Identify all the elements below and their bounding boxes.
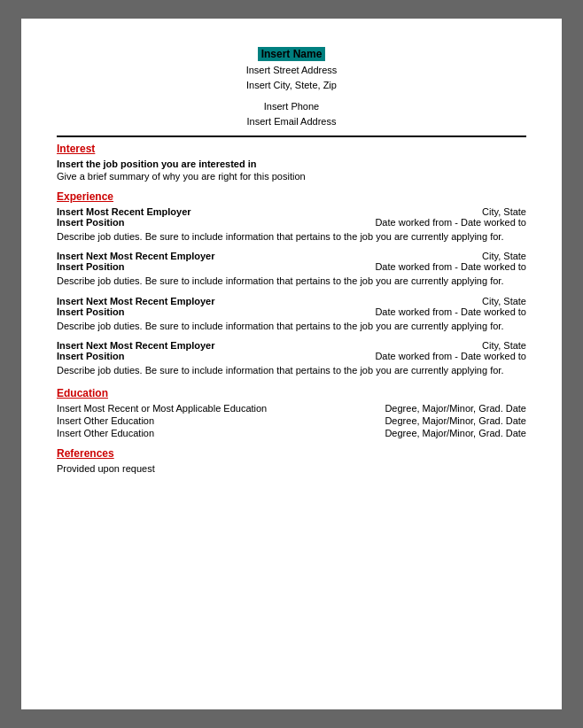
section-experience: Experience Insert Most Recent Employer C… (57, 190, 526, 378)
edu-3-name: Insert Other Education (57, 428, 385, 438)
job-4: Insert Next Most Recent Employer City, S… (57, 340, 526, 377)
page-container: Insert Name Insert Street Address Insert… (0, 0, 583, 728)
employer-2-name: Insert Next Most Recent Employer (57, 251, 215, 261)
job-2: Insert Next Most Recent Employer City, S… (57, 251, 526, 288)
employer-3-location: City, State (482, 296, 526, 306)
resume-page: Insert Name Insert Street Address Insert… (21, 19, 562, 709)
references-title: References (57, 447, 526, 460)
position-3-name: Insert Position (57, 306, 124, 317)
interest-description: Give a brief summary of why you are righ… (57, 171, 526, 182)
edu-1-degree: Degree, Major/Minor, Grad. Date (385, 403, 526, 414)
header-address: Insert Street Address (57, 63, 526, 78)
edu-3-degree: Degree, Major/Minor, Grad. Date (385, 428, 526, 438)
interest-position: Insert the job position you are interest… (57, 159, 526, 169)
header-email: Insert Email Address (57, 114, 526, 129)
edu-2-name: Insert Other Education (57, 415, 385, 426)
employer-2-location: City, State (482, 251, 526, 261)
edu-entry-3: Insert Other Education Degree, Major/Min… (57, 428, 526, 438)
edu-entry-1: Insert Most Recent or Most Applicable Ed… (57, 403, 526, 414)
header-name[interactable]: Insert Name (258, 47, 326, 61)
employer-1-name: Insert Most Recent Employer (57, 206, 191, 217)
references-text: Provided upon request (57, 463, 526, 474)
position-2-name: Insert Position (57, 261, 124, 272)
edu-2-degree: Degree, Major/Minor, Grad. Date (385, 415, 526, 426)
position-1-dates: Date worked from - Date worked to (375, 217, 526, 228)
employer-4-location: City, State (482, 340, 526, 351)
employer-4-name: Insert Next Most Recent Employer (57, 340, 215, 351)
job-2-desc: Describe job duties. Be sure to include … (57, 275, 526, 288)
section-interest: Interest Insert the job position you are… (57, 143, 526, 182)
job-1-desc: Describe job duties. Be sure to include … (57, 230, 526, 244)
education-title: Education (57, 387, 526, 399)
interest-title: Interest (57, 143, 526, 155)
job-4-desc: Describe job duties. Be sure to include … (57, 364, 526, 377)
job-3: Insert Next Most Recent Employer City, S… (57, 296, 526, 333)
section-references: References Provided upon request (57, 447, 526, 474)
edu-entry-2: Insert Other Education Degree, Major/Min… (57, 415, 526, 426)
position-1-name: Insert Position (57, 217, 124, 228)
position-4-dates: Date worked from - Date worked to (375, 351, 526, 361)
header-divider (57, 136, 526, 137)
header: Insert Name Insert Street Address Insert… (57, 45, 526, 128)
experience-title: Experience (57, 190, 526, 203)
position-2-dates: Date worked from - Date worked to (375, 261, 526, 272)
employer-3-name: Insert Next Most Recent Employer (57, 296, 215, 306)
edu-1-name: Insert Most Recent or Most Applicable Ed… (57, 403, 385, 414)
header-city: Insert City, Stete, Zip (57, 78, 526, 93)
job-3-desc: Describe job duties. Be sure to include … (57, 320, 526, 333)
position-3-dates: Date worked from - Date worked to (375, 306, 526, 317)
section-education: Education Insert Most Recent or Most App… (57, 387, 526, 438)
employer-1-location: City, State (482, 206, 526, 217)
position-4-name: Insert Position (57, 351, 124, 361)
header-phone: Insert Phone (57, 99, 526, 114)
job-1: Insert Most Recent Employer City, State … (57, 206, 526, 244)
